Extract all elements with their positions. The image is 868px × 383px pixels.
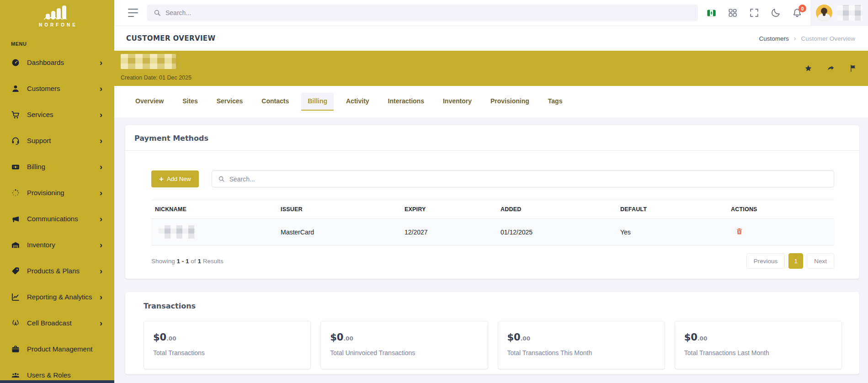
sidebar-item-reporting-analytics[interactable]: Reporting & Analytics › — [0, 284, 114, 310]
tab-activity[interactable]: Activity — [340, 93, 376, 111]
sidebar-item-dashboards[interactable]: Dashboards › — [0, 49, 114, 75]
buildings-logo-icon — [0, 4, 114, 22]
content-area: Payment Methods + Add New — [114, 117, 868, 383]
tab-billing[interactable]: Billing — [301, 93, 334, 111]
tab-overview[interactable]: Overview — [129, 93, 170, 111]
sidebar-item-inventory[interactable]: Inventory › — [0, 232, 114, 258]
sidebar-item-label: Provisioning — [27, 189, 100, 197]
chevron-right-icon: › — [100, 85, 102, 93]
hamburger-menu-icon[interactable] — [128, 9, 139, 17]
cart-icon — [11, 110, 20, 119]
sidebar-item-label: Dashboards — [27, 59, 100, 66]
user-menu[interactable] — [810, 0, 868, 26]
page-number-button[interactable]: 1 — [788, 253, 803, 269]
sidebar-item-label: Communications — [27, 215, 100, 223]
pagination: Previous 1 Next — [746, 253, 834, 269]
table-row: MasterCard 12/2027 01/12/2025 Yes — [151, 219, 834, 245]
search-input[interactable] — [165, 9, 692, 16]
nickname-redacted — [159, 225, 195, 239]
col-header-nickname: NICKNAME — [151, 200, 277, 218]
dark-mode-moon-icon[interactable] — [771, 8, 781, 18]
search-icon — [154, 9, 161, 16]
notification-count-badge: 0 — [799, 5, 806, 12]
plus-icon: + — [159, 175, 164, 183]
favorite-star-icon[interactable] — [804, 64, 812, 72]
transactions-card: Transactions $0.00 Total Transactions $0… — [125, 292, 859, 374]
chevron-right-icon: › — [100, 59, 102, 67]
gauge-icon — [11, 58, 20, 67]
sidebar-item-label: Reporting & Analytics — [27, 293, 100, 301]
sidebar-item-label: Billing — [27, 163, 100, 170]
share-arrow-icon[interactable] — [827, 64, 835, 72]
sidebar-item-label: Cell Broadcast — [27, 319, 100, 327]
tab-contacts[interactable]: Contacts — [255, 93, 295, 111]
sidebar-item-billing[interactable]: Billing › — [0, 154, 114, 180]
sidebar-item-services[interactable]: Services › — [0, 101, 114, 128]
table-search — [212, 170, 834, 187]
stat-label: Total Uninvoiced Transactions — [330, 349, 478, 356]
add-new-label: Add New — [167, 176, 191, 182]
apps-grid-icon[interactable] — [728, 8, 738, 18]
results-summary: Showing 1 - 1 of 1 Results — [151, 258, 224, 265]
spinner-dots-icon — [11, 188, 20, 197]
megaphone-icon — [11, 214, 20, 223]
tab-tags[interactable]: Tags — [542, 93, 569, 111]
stat-card-transactions-last-month: $0.00 Total Transactions Last Month — [675, 321, 842, 369]
sidebar-item-label: Support — [27, 137, 100, 144]
sidebar-item-support[interactable]: Support › — [0, 128, 114, 154]
table-search-input[interactable] — [229, 176, 828, 183]
sidebar: NORFONE MENU Dashboards › Customers › — [0, 0, 114, 383]
payment-methods-card: Payment Methods + Add New — [125, 125, 859, 279]
briefcase-icon — [11, 345, 20, 354]
chevron-right-icon: › — [100, 189, 102, 197]
stat-label: Total Transactions — [153, 349, 301, 356]
delete-trash-icon[interactable] — [735, 227, 743, 235]
sidebar-item-communications[interactable]: Communications › — [0, 206, 114, 232]
flag-marker-icon[interactable] — [849, 64, 857, 72]
topbar-icons: 0 — [707, 8, 802, 18]
next-page-button[interactable]: Next — [807, 253, 834, 269]
previous-page-button[interactable]: Previous — [746, 253, 785, 269]
creation-date: Creation Date: 01 Dec 2025 — [121, 74, 855, 81]
payment-methods-header: Payment Methods — [125, 125, 859, 151]
tab-provisioning[interactable]: Provisioning — [484, 93, 536, 111]
global-search — [147, 5, 698, 21]
tag-icon — [11, 266, 20, 276]
tab-sites[interactable]: Sites — [176, 93, 204, 111]
sidebar-item-products-plans[interactable]: Products & Plans › — [0, 258, 114, 284]
language-flag-icon[interactable] — [707, 8, 716, 18]
search-icon — [218, 176, 225, 182]
add-new-button[interactable]: + Add New — [151, 170, 199, 187]
brand-logo[interactable]: NORFONE — [0, 0, 114, 27]
fullscreen-icon[interactable] — [749, 8, 759, 18]
sidebar-item-label: Services — [27, 111, 100, 118]
customer-tabs: Overview Sites Services Contacts Billing… — [114, 86, 868, 117]
broadcast-icon — [11, 319, 20, 328]
tab-inventory[interactable]: Inventory — [437, 93, 478, 111]
breadcrumb-parent-link[interactable]: Customers — [759, 35, 789, 42]
customer-banner: Creation Date: 01 Dec 2025 — [114, 51, 868, 86]
app-root: NORFONE MENU Dashboards › Customers › — [0, 0, 868, 383]
results-range: 1 - 1 — [177, 258, 189, 265]
warehouse-icon — [11, 240, 20, 250]
customer-name-redacted — [121, 54, 176, 69]
tab-services[interactable]: Services — [210, 93, 250, 111]
sidebar-item-label: Inventory — [27, 241, 100, 249]
sidebar-item-provisioning[interactable]: Provisioning › — [0, 180, 114, 206]
stat-card-uninvoiced-transactions: $0.00 Total Uninvoiced Transactions — [320, 321, 488, 369]
stat-card-transactions-this-month: $0.00 Total Transactions This Month — [498, 321, 665, 369]
cell-expiry: 12/2027 — [401, 222, 497, 242]
chevron-right-icon: › — [100, 111, 102, 119]
chevron-right-icon: › — [100, 215, 102, 223]
chevron-right-icon: › — [100, 293, 102, 301]
notifications-bell-icon[interactable]: 0 — [792, 8, 802, 18]
sidebar-item-customers[interactable]: Customers › — [0, 75, 114, 101]
sidebar-item-product-management[interactable]: Product Management — [0, 336, 114, 362]
sidebar-item-cell-broadcast[interactable]: Cell Broadcast › — [0, 310, 114, 336]
results-total: 1 — [197, 258, 201, 265]
tab-interactions[interactable]: Interactions — [382, 93, 431, 111]
col-header-issuer: ISSUER — [277, 200, 401, 218]
breadcrumb-separator-icon: › — [794, 35, 796, 42]
payment-methods-toolbar: + Add New — [151, 170, 834, 187]
headset-icon — [11, 136, 20, 145]
